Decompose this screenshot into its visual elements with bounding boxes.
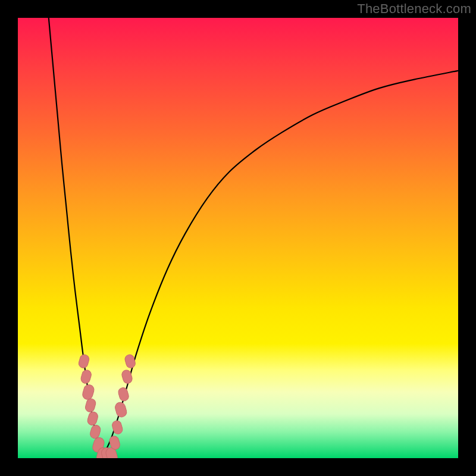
svg-rect-2	[82, 384, 95, 401]
svg-rect-13	[117, 387, 130, 402]
data-marker	[86, 411, 99, 426]
svg-rect-15	[124, 353, 136, 369]
svg-rect-4	[86, 411, 99, 426]
data-marker	[82, 384, 95, 401]
svg-rect-3	[84, 397, 97, 413]
data-marker	[89, 424, 102, 440]
data-marker	[84, 397, 97, 413]
watermark-text: TheBottleneck.com	[357, 1, 471, 17]
chart-frame: TheBottleneck.com	[0, 0, 476, 476]
data-marker	[114, 401, 128, 418]
data-marker	[78, 353, 90, 369]
svg-rect-1	[80, 369, 92, 384]
chart-plot-area	[18, 18, 458, 458]
marker-cluster	[78, 353, 137, 458]
data-marker	[124, 353, 136, 369]
svg-rect-5	[89, 424, 102, 440]
svg-rect-12	[114, 401, 128, 418]
curve-right-branch	[102, 71, 458, 458]
data-marker	[80, 369, 92, 384]
chart-svg-layer	[18, 18, 458, 458]
svg-rect-0	[78, 353, 90, 369]
data-marker	[117, 387, 130, 402]
